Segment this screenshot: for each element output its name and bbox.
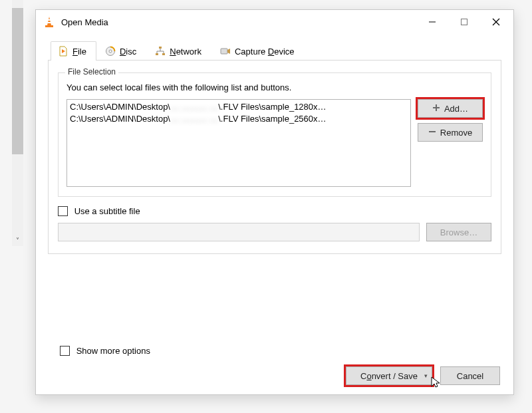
chevron-down-icon: ▾ xyxy=(424,372,428,379)
svg-point-10 xyxy=(109,50,112,53)
checkbox-icon xyxy=(60,346,70,356)
file-list[interactable]: C:\Users\ADMIN\Desktop\… ……… …\.FLV File… xyxy=(66,99,411,187)
svg-rect-5 xyxy=(462,19,467,25)
tab-capture-label: Capture Device xyxy=(235,47,295,57)
list-item[interactable]: C:\Users\ADMIN\Desktop\… ……… …\.FLV File… xyxy=(70,101,408,113)
svg-rect-3 xyxy=(45,25,53,27)
browse-button-label: Browse… xyxy=(440,227,477,237)
capture-icon xyxy=(220,46,231,57)
add-button[interactable]: Add… xyxy=(418,99,483,118)
svg-rect-1 xyxy=(48,19,51,21)
list-item[interactable]: C:\Users\ADMIN\Desktop\… ……… …\.FLV File… xyxy=(70,113,408,125)
svg-rect-11 xyxy=(159,47,162,49)
svg-marker-0 xyxy=(47,17,51,25)
open-media-window: Open Media File Disc Networ xyxy=(35,9,514,395)
plus-icon xyxy=(432,104,440,114)
tab-disc-label: Disc xyxy=(120,47,136,57)
subtitle-path-input xyxy=(58,223,420,241)
tab-file-label: File xyxy=(72,47,86,57)
tab-disc[interactable]: Disc xyxy=(98,41,146,61)
show-more-options[interactable]: Show more options xyxy=(60,346,150,356)
cancel-button-label: Cancel xyxy=(457,371,483,381)
file-selection-legend: File Selection xyxy=(65,67,118,76)
network-icon xyxy=(155,46,166,57)
minus-icon xyxy=(428,128,436,138)
file-panel: File Selection You can select local file… xyxy=(48,61,501,254)
tab-network[interactable]: Network xyxy=(148,41,211,61)
close-button[interactable] xyxy=(480,12,512,32)
svg-rect-12 xyxy=(156,53,158,55)
tab-file[interactable]: File xyxy=(51,41,96,61)
remove-button[interactable]: Remove xyxy=(418,123,483,142)
browse-button: Browse… xyxy=(426,223,491,241)
file-selection-help: You can select local files with the foll… xyxy=(66,82,483,92)
titlebar: Open Media xyxy=(36,10,513,34)
svg-rect-2 xyxy=(47,22,51,23)
window-title: Open Media xyxy=(61,17,416,27)
use-subtitle-checkbox[interactable]: Use a subtitle file xyxy=(58,206,140,216)
page-scrollbar-track: ˅ xyxy=(12,0,23,246)
maximize-button[interactable] xyxy=(448,12,480,32)
svg-rect-13 xyxy=(162,53,165,55)
svg-rect-14 xyxy=(221,49,227,54)
convert-save-button[interactable]: Convert / Save ▾ xyxy=(346,366,432,385)
page-scrollbar-down[interactable]: ˅ xyxy=(12,235,23,246)
show-more-options-label: Show more options xyxy=(76,346,150,356)
cancel-button[interactable]: Cancel xyxy=(440,366,500,385)
add-button-label: Add… xyxy=(444,104,468,114)
minimize-button[interactable] xyxy=(416,12,448,32)
dialog-footer: Convert / Save ▾ Cancel xyxy=(346,366,500,385)
use-subtitle-row: Use a subtitle file Browse… xyxy=(58,206,491,241)
tab-network-label: Network xyxy=(170,47,201,57)
svg-marker-15 xyxy=(227,49,230,54)
file-selection-group: File Selection You can select local file… xyxy=(58,72,491,197)
disc-icon xyxy=(105,46,116,57)
vlc-cone-icon xyxy=(43,15,56,29)
tab-capture-device[interactable]: Capture Device xyxy=(213,41,305,61)
page-scrollbar-thumb[interactable] xyxy=(12,8,23,154)
use-subtitle-label: Use a subtitle file xyxy=(74,206,140,216)
file-icon xyxy=(58,46,68,57)
checkbox-icon xyxy=(58,206,68,216)
remove-button-label: Remove xyxy=(440,128,472,138)
media-tabs: File Disc Network Capture Device xyxy=(48,41,501,61)
convert-save-label: Convert / Save xyxy=(360,371,418,381)
